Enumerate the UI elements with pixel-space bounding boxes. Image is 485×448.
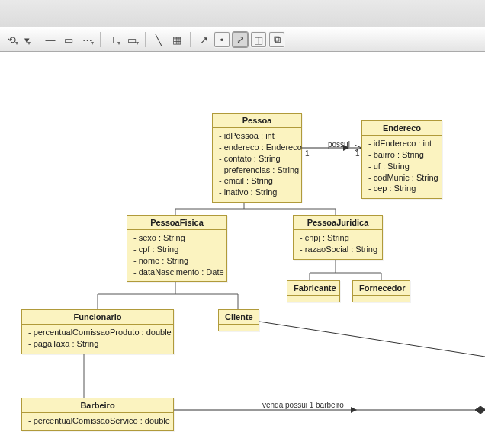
- class-attr: - sexo : String: [133, 232, 220, 244]
- redo-dropdown-icon[interactable]: ▾: [21, 31, 32, 48]
- class-attr: - cnpj : String: [300, 232, 376, 244]
- relation-label-possui: possui: [328, 140, 350, 149]
- class-title: Endereco: [362, 121, 442, 136]
- class-attr: - bairro : String: [368, 149, 435, 161]
- multiplicity-possui-right: 1: [355, 149, 360, 158]
- selection-box-icon[interactable]: •: [214, 31, 230, 48]
- rect-dropdown-icon[interactable]: ▭: [124, 31, 140, 48]
- toolbar: ⟲ ▾ — ▭ ⋯ T ▭ ╲ ▦ ↗ • ⤢ ◫ ⧉: [0, 27, 485, 52]
- class-title: Pessoa: [213, 114, 301, 128]
- class-fabricante[interactable]: Fabricante: [287, 280, 340, 302]
- class-attr: - contato : String: [219, 153, 295, 165]
- resize-diag-icon[interactable]: ⤢: [232, 31, 249, 48]
- class-title: Fornecedor: [353, 281, 410, 296]
- class-attr: - preferencias : String: [219, 165, 295, 176]
- class-funcionario[interactable]: Funcionario - percentualComissaoProduto …: [21, 309, 174, 354]
- class-pessoa-juridica[interactable]: PessoaJuridica - cnpj : String - razaoSo…: [293, 215, 383, 260]
- diagonal-line-icon[interactable]: ╲: [150, 31, 167, 48]
- class-attr: - uf : String: [368, 161, 435, 172]
- class-cliente[interactable]: Cliente: [218, 309, 259, 331]
- class-title: PessoaFisica: [127, 216, 226, 230]
- toolbar-separator: [145, 32, 146, 47]
- class-endereco[interactable]: Endereco - idEndereco : int - bairro : S…: [361, 120, 442, 199]
- class-body: - sexo : String - cpf : String - nome : …: [127, 230, 226, 281]
- class-pessoa-fisica[interactable]: PessoaFisica - sexo : String - cpf : Str…: [127, 215, 227, 282]
- class-title: Fabricante: [287, 281, 339, 296]
- undo-icon[interactable]: ⟲: [3, 31, 20, 48]
- relation-label-venda: venda possui 1 barbeiro: [262, 401, 344, 409]
- class-body: [219, 325, 259, 331]
- svg-marker-16: [351, 407, 357, 413]
- class-fornecedor[interactable]: Fornecedor: [352, 280, 410, 302]
- class-attr: - percentualComissaoProduto : double: [28, 327, 167, 338]
- svg-line-14: [259, 322, 485, 357]
- class-title: Cliente: [219, 310, 259, 325]
- toolbar-separator: [100, 32, 101, 47]
- hierarchy-tool-icon[interactable]: ⧉: [268, 31, 285, 48]
- class-attr: - percentualComissaoServico : double: [28, 415, 167, 427]
- class-attr: - email : String: [219, 175, 295, 187]
- diagram-canvas[interactable]: possui 1 1 venda possui 1 barbeiro 1 Pes…: [0, 52, 485, 448]
- connector-layer: [0, 52, 485, 448]
- class-attr: - endereco : Endereco: [219, 142, 295, 153]
- class-body: - idEndereco : int - bairro : String - u…: [362, 136, 442, 198]
- class-body: [287, 296, 339, 302]
- class-pessoa[interactable]: Pessoa - idPessoa : int - endereco : End…: [212, 113, 302, 203]
- window-chrome: [0, 0, 485, 27]
- class-attr: - cep : String: [368, 183, 435, 194]
- class-title: Barbeiro: [22, 398, 173, 413]
- dashed-box-icon[interactable]: ⋯: [79, 31, 95, 48]
- class-title: Funcionario: [22, 310, 173, 325]
- toolbar-separator: [190, 32, 191, 47]
- class-attr: - codMunic : String: [368, 172, 435, 184]
- class-body: - percentualComissaoServico : double: [22, 413, 173, 430]
- toolbar-separator: [37, 32, 37, 47]
- multiplicity-possui-left: 1: [305, 149, 310, 158]
- class-attr: - razaoSocial : String: [300, 244, 376, 255]
- class-attr: - nome : String: [133, 255, 220, 267]
- class-attr: - cpf : String: [133, 244, 220, 255]
- text-tool-icon[interactable]: T: [105, 31, 122, 48]
- class-body: [353, 296, 410, 302]
- class-title: PessoaJuridica: [294, 216, 382, 230]
- line-horizontal-icon[interactable]: —: [42, 31, 59, 48]
- class-body: - percentualComissaoProduto : double - p…: [22, 325, 173, 354]
- class-body: - cnpj : String - razaoSocial : String: [294, 230, 382, 259]
- class-attr: - dataNascimento : Date: [133, 267, 220, 278]
- class-attr: - idEndereco : int: [368, 138, 435, 149]
- image-tool-icon[interactable]: ▦: [169, 31, 185, 48]
- class-barbeiro[interactable]: Barbeiro - percentualComissaoServico : d…: [21, 398, 174, 431]
- pointer-icon[interactable]: ↗: [195, 31, 212, 48]
- box-icon[interactable]: ▭: [60, 31, 77, 48]
- node-tool-icon[interactable]: ◫: [250, 31, 267, 48]
- class-attr: - inativo : String: [219, 187, 295, 198]
- class-attr: - idPessoa : int: [219, 130, 295, 142]
- class-body: - idPessoa : int - endereco : Endereco -…: [213, 128, 301, 202]
- class-attr: - pagaTaxa : String: [28, 338, 167, 350]
